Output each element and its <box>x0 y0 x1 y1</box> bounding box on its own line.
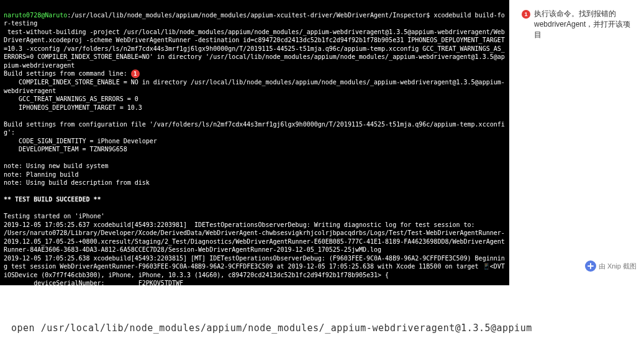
note-line: note: Using build description from disk <box>4 179 150 186</box>
xnip-icon <box>585 260 596 272</box>
inline-marker-icon: 1 <box>131 69 140 78</box>
compiler-line: COMPILER_INDEX_STORE_ENABLE = NO in dire… <box>4 79 505 94</box>
xnip-watermark: 由 Xnip 截图 <box>585 260 637 272</box>
prompt-user: naruto0728@Naruto <box>4 12 67 19</box>
prompt-path: /usr/local/lib/node_modules/appium/node_… <box>71 12 430 19</box>
iphoneos-line: IPHONEOS_DEPLOYMENT_TARGET = 10.3 <box>4 104 142 111</box>
device-field: deviceSerialNumber: F2PKQV5TDTWF <box>4 280 183 285</box>
bottom-command: open /usr/local/lib/node_modules/appium/… <box>11 322 532 334</box>
diag-line: 2019-12-05 17:05:25.638 xcodebuild[45493… <box>4 255 505 278</box>
note-line: note: Planning build <box>4 171 78 178</box>
terminal-output: naruto0728@Naruto:/usr/local/lib/node_mo… <box>0 0 509 285</box>
annotation-callout: 1 执行该命令。找到报错的webdriverAgent，并打开该项目 <box>522 9 637 40</box>
build-settings-cfg: Build settings from configuration file '… <box>4 121 505 136</box>
note-line: note: Using new build system <box>4 162 109 169</box>
testing-started: Testing started on 'iPhone' <box>4 213 105 220</box>
watermark-text: 由 Xnip 截图 <box>599 262 637 271</box>
diag-line: 2019-12-05 17:05:25.637 xcodebuild[45493… <box>4 221 475 228</box>
test-succeeded: ** TEST BUILD SUCCEEDED ** <box>4 196 101 203</box>
annotation-marker-icon: 1 <box>522 10 530 19</box>
diag-line: /Users/naruto0728/Library/Developer/Xcod… <box>4 229 505 253</box>
devteam-line: DEVELOPMENT_TEAM = TZNRN9G658 <box>4 146 127 153</box>
build-settings-header: Build settings from command line: <box>4 70 127 77</box>
gcc-line: GCC_TREAT_WARNINGS_AS_ERRORS = 0 <box>4 96 138 102</box>
annotation-text: 执行该命令。找到报错的webdriverAgent，并打开该项目 <box>534 9 637 40</box>
codesign-line: CODE_SIGN_IDENTITY = iPhone Developer <box>4 138 157 144</box>
cmd-continuation: test-without-building -project /usr/loca… <box>4 29 505 69</box>
